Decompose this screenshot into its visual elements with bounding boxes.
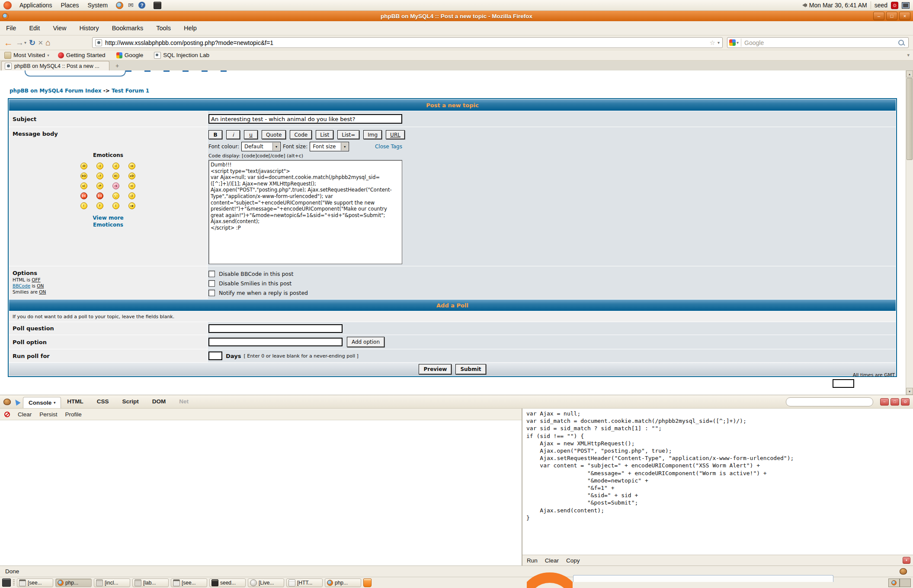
menu-item[interactable]: View: [53, 25, 66, 32]
forward-button[interactable]: →: [16, 38, 24, 47]
display-icon[interactable]: [902, 2, 910, 9]
back-button[interactable]: ←: [4, 38, 13, 47]
emoticon[interactable]: ;): [128, 192, 135, 199]
menu-item[interactable]: Tools: [156, 25, 171, 32]
console-action-button[interactable]: Clear: [18, 411, 32, 418]
stop-button[interactable]: ×: [38, 38, 43, 47]
emoticon[interactable]: 8O: [80, 173, 87, 179]
filter-icon[interactable]: [4, 412, 10, 417]
poll-option-input[interactable]: [208, 338, 343, 346]
help-icon[interactable]: ?: [138, 1, 146, 9]
bbcode-button[interactable]: B: [208, 130, 222, 139]
emoticon[interactable]: }:(: [80, 192, 87, 199]
clock[interactable]: Mon Mar 30, 6:41 AM: [809, 2, 867, 9]
taskbar-window-button[interactable]: [incl...: [94, 578, 130, 587]
mail-icon[interactable]: ✉: [127, 1, 135, 9]
firebug-tab[interactable]: DOM: [147, 395, 173, 408]
command-bar-button[interactable]: Copy: [566, 557, 580, 564]
bookmark-item[interactable]: SQL Injection Lab: [154, 52, 211, 59]
taskbar-window-button[interactable]: php...: [325, 578, 361, 587]
breadcrumb-test-forum-link[interactable]: Test Forum 1: [112, 88, 149, 94]
scroll-down-icon[interactable]: ▾: [906, 388, 913, 395]
close-button[interactable]: ×: [899, 12, 910, 20]
taskbar-window-button[interactable]: seed...: [209, 578, 246, 587]
ubuntu-logo-icon[interactable]: [3, 1, 12, 10]
firebug-tab[interactable]: Script: [117, 395, 146, 408]
panel-menu-item[interactable]: Applications: [15, 2, 57, 9]
emoticon[interactable]: :c: [128, 182, 135, 189]
emoticon[interactable]: }:): [96, 192, 103, 199]
close-tags-link[interactable]: Close Tags: [375, 144, 402, 150]
command-options-icon[interactable]: ▾: [903, 557, 910, 564]
reload-button[interactable]: ↻: [29, 39, 35, 47]
search-engine-dropdown-icon[interactable]: ▾: [737, 40, 739, 45]
emoticon[interactable]: :D: [80, 163, 87, 169]
bbcode-button[interactable]: i: [226, 130, 240, 139]
page-scrollbar[interactable]: ▴ ▾: [906, 70, 913, 395]
bookmarks-overflow-icon[interactable]: ▾: [907, 52, 910, 58]
bookmark-item[interactable]: Most Visited ▾: [4, 52, 49, 59]
preview-button[interactable]: Preview: [419, 364, 452, 374]
bbcode-button[interactable]: List: [316, 130, 333, 139]
search-engine-icon[interactable]: [729, 39, 736, 46]
breadcrumb-forum-index-link[interactable]: phpBB on MySQL4 Forum Index: [10, 88, 102, 94]
emoticon[interactable]: :P: [96, 182, 103, 189]
font-size-select[interactable]: Font size ▾: [310, 142, 349, 151]
power-icon[interactable]: ⊙: [891, 2, 898, 9]
maximize-button[interactable]: □: [886, 12, 897, 20]
checkbox[interactable]: [208, 290, 215, 296]
emoticon[interactable]: !: [80, 202, 87, 209]
window-titlebar[interactable]: phpBB on MySQL4 :: Post a new topic - Mo…: [0, 11, 913, 21]
firebug-close-button[interactable]: ⊙: [901, 398, 910, 406]
volume-muted-icon[interactable]: [800, 3, 806, 7]
console-output[interactable]: [0, 420, 522, 566]
console-action-button[interactable]: Persist: [39, 411, 57, 418]
search-bar[interactable]: ▾: [727, 37, 909, 48]
terminal-launcher-icon[interactable]: [154, 1, 161, 9]
menu-item[interactable]: File: [6, 25, 16, 32]
firefox-launcher-icon[interactable]: [115, 1, 123, 9]
taskbar-window-button[interactable]: [see...: [17, 578, 53, 587]
search-magnifier-icon[interactable]: [898, 40, 904, 45]
firebug-tab[interactable]: Console▾: [23, 397, 61, 408]
bbcode-button[interactable]: Code: [290, 130, 312, 139]
bookmark-item[interactable]: Google: [116, 52, 146, 58]
emoticon[interactable]: :$: [112, 182, 119, 189]
show-desktop-icon[interactable]: [2, 578, 11, 587]
scrollbar-thumb[interactable]: [907, 78, 913, 160]
emoticon[interactable]: :o: [128, 163, 135, 169]
firebug-bug-icon[interactable]: [3, 399, 11, 405]
panel-menu-item[interactable]: Places: [57, 2, 83, 9]
bookmark-item[interactable]: Getting Started: [58, 52, 108, 58]
command-bar-button[interactable]: Run: [527, 557, 538, 564]
bbcode-button[interactable]: Quote: [262, 130, 286, 139]
taskbar-window-button[interactable]: [lab...: [132, 578, 169, 587]
emoticon[interactable]: :): [96, 163, 103, 169]
taskbar-window-button[interactable]: [see...: [171, 578, 207, 587]
taskbar-window-button[interactable]: [Live...: [248, 578, 284, 587]
bbcode-link[interactable]: BBCode: [13, 283, 30, 288]
emoticon[interactable]: x(: [80, 182, 87, 189]
firebug-tab[interactable]: HTML: [62, 395, 91, 408]
bookmark-star-icon[interactable]: ☆: [710, 39, 715, 47]
panel-menu-item[interactable]: System: [83, 2, 112, 9]
workspace-2[interactable]: [900, 578, 911, 587]
poll-days-input[interactable]: [208, 352, 222, 360]
menu-item[interactable]: Help: [184, 25, 197, 32]
bbcode-button[interactable]: u: [244, 130, 258, 139]
bbcode-button[interactable]: URL: [386, 130, 405, 139]
tab-phpbb[interactable]: phpBB on MySQL4 :: Post a new ...: [1, 61, 109, 70]
firebug-tab[interactable]: CSS: [92, 395, 116, 408]
search-input[interactable]: [743, 39, 898, 47]
url-dropdown-icon[interactable]: ▾: [718, 40, 720, 45]
emoticon[interactable]: :(: [112, 163, 119, 169]
emoticon[interactable]: xD: [128, 173, 135, 179]
scroll-up-icon[interactable]: ▴: [906, 70, 913, 77]
font-colour-select[interactable]: Default ▾: [241, 142, 281, 151]
command-bar-button[interactable]: Clear: [545, 557, 559, 564]
emoticon[interactable]: :?: [96, 173, 103, 179]
emoticon[interactable]: ?: [96, 202, 103, 209]
emoticon[interactable]: 8): [112, 173, 119, 179]
command-editor[interactable]: var Ajax = null; var sid_match = documen…: [522, 409, 906, 555]
emoticon[interactable]: →: [128, 202, 135, 209]
